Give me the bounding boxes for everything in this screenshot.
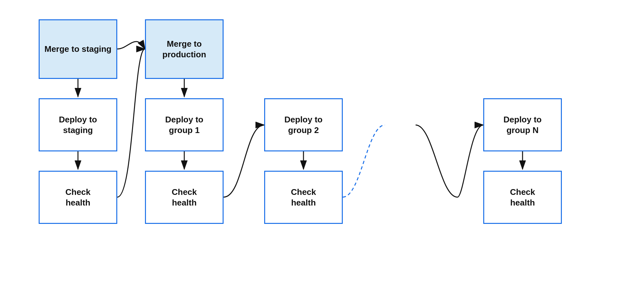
- deploy-to-group2-label: Deploy togroup 2: [284, 114, 322, 135]
- merge-to-staging-node: Merge to staging: [39, 19, 117, 79]
- diagram-container: Merge to staging Deploy tostaging Checkh…: [0, 0, 644, 297]
- check-health-2-label: Checkhealth: [172, 187, 197, 208]
- deploy-to-staging-node: Deploy tostaging: [39, 98, 117, 151]
- deploy-to-groupN-node: Deploy togroup N: [483, 98, 562, 151]
- deploy-to-group1-node: Deploy togroup 1: [145, 98, 224, 151]
- deploy-to-group2-node: Deploy togroup 2: [264, 98, 343, 151]
- check-health-1-node: Checkhealth: [39, 171, 117, 224]
- check-health-3-node: Checkhealth: [264, 171, 343, 224]
- merge-to-production-node: Merge toproduction: [145, 19, 224, 79]
- check-health-4-label: Checkhealth: [510, 187, 535, 208]
- check-health-4-node: Checkhealth: [483, 171, 562, 224]
- check-health-3-label: Checkhealth: [291, 187, 316, 208]
- check-health-1-label: Checkhealth: [65, 187, 91, 208]
- check-health-2-node: Checkhealth: [145, 171, 224, 224]
- merge-to-staging-label: Merge to staging: [44, 44, 111, 54]
- deploy-to-staging-label: Deploy tostaging: [59, 114, 97, 135]
- deploy-to-group1-label: Deploy togroup 1: [165, 114, 203, 135]
- merge-to-production-label: Merge toproduction: [162, 39, 206, 60]
- deploy-to-groupN-label: Deploy togroup N: [504, 114, 542, 135]
